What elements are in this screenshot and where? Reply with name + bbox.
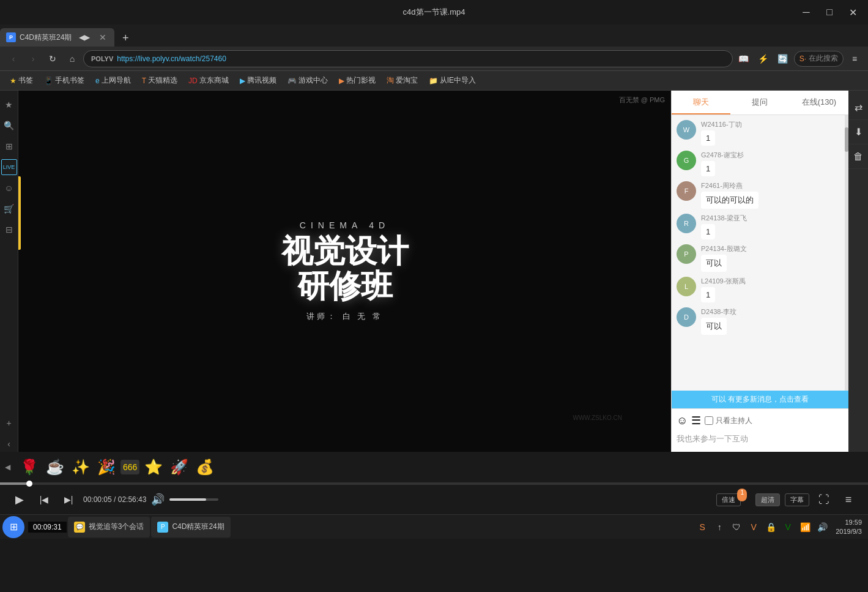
- sidebar-icon-live[interactable]: LIVE: [1, 159, 17, 175]
- download-button[interactable]: ⬇: [848, 120, 868, 144]
- more-options-button[interactable]: ≡: [846, 50, 863, 67]
- maximize-button[interactable]: □: [820, 3, 839, 21]
- sidebar-icon-star[interactable]: ★: [1, 97, 17, 113]
- search-placeholder: 在此搜索: [809, 53, 838, 64]
- chat-tabs: 聊天 提问 在线(130): [672, 91, 848, 115]
- minimize-button[interactable]: ─: [797, 3, 815, 21]
- taskbar-item-chat[interactable]: 💬 视觉追等3个会话: [68, 517, 150, 538]
- memo-button[interactable]: ☰: [691, 414, 701, 427]
- reader-icon[interactable]: 📖: [735, 50, 752, 67]
- browser-tab[interactable]: P C4D精英班24期 ◀▶ ✕: [0, 28, 114, 47]
- taskbar-sys-v1[interactable]: V: [746, 520, 761, 534]
- refresh-button[interactable]: ↻: [44, 50, 61, 67]
- next-button[interactable]: ▶|: [59, 490, 78, 509]
- bookmark-item-taobao[interactable]: 淘 爱淘宝: [382, 73, 423, 88]
- taskbar-clock[interactable]: 19:59 2019/9/3: [832, 518, 866, 536]
- chat-message: G G2478-谢宝杉 1: [677, 151, 844, 176]
- chat-avatar: F: [677, 181, 696, 201]
- sidebar-icon-cart[interactable]: 🛒: [1, 201, 17, 217]
- host-only-label: 只看主持人: [716, 416, 752, 426]
- bookmark-item-nav[interactable]: e 上网导航: [91, 73, 136, 88]
- emoji-coin[interactable]: 💰: [193, 456, 217, 478]
- chat-input-text[interactable]: 我也来参与一下互动: [677, 431, 844, 447]
- chat-message: D D2438-李玟 可以: [677, 307, 844, 335]
- bookmark-item-ie-import[interactable]: 📁 从IE中导入: [424, 73, 481, 88]
- start-button[interactable]: ⊞: [2, 516, 24, 538]
- left-sidebar: ★ 🔍 ⊞ LIVE ☺ 🛒 ⊟ + ‹: [0, 91, 18, 452]
- tab-title: C4D精英班24期: [20, 32, 72, 43]
- emoji-sparkle[interactable]: ✨: [69, 456, 92, 478]
- url-bar[interactable]: POLYV https://live.polyv.cn/watch/257460: [83, 50, 733, 67]
- volume-icon[interactable]: 🔊: [151, 493, 165, 506]
- volume-slider[interactable]: [169, 498, 218, 501]
- emoji-rose[interactable]: 🌹: [18, 456, 41, 478]
- close-button[interactable]: ✕: [844, 3, 862, 21]
- video-subtitle: CINEMA 4D: [281, 220, 409, 230]
- settings-button[interactable]: ≡: [839, 490, 858, 509]
- emoji-666[interactable]: 666: [121, 460, 139, 474]
- taskbar-sys-volume[interactable]: 🔊: [815, 520, 829, 534]
- video-area: 百无禁 @ PMG CINEMA 4D 视觉设计 研修班 讲师： 白 无 常 W…: [18, 91, 671, 452]
- progress-fill: [0, 482, 28, 485]
- fullscreen-button[interactable]: ⛶: [814, 490, 834, 509]
- sidebar-icon-emoji[interactable]: ☺: [1, 180, 17, 196]
- taskbar-item-browser[interactable]: P C4D精英班24期: [151, 517, 230, 538]
- turbo-icon[interactable]: ⚡: [755, 50, 772, 67]
- bookmark-item-game[interactable]: 🎮 游戏中心: [283, 73, 333, 88]
- chat-bubble: 1: [701, 161, 715, 176]
- chat-tab-online[interactable]: 在线(130): [790, 91, 848, 114]
- chat-avatar: R: [677, 214, 696, 233]
- taskbar-sys-shield[interactable]: 🛡: [729, 520, 744, 534]
- sidebar-icon-grid[interactable]: ⊞: [1, 138, 17, 154]
- progress-dot[interactable]: [26, 481, 32, 487]
- hd-button[interactable]: 超清: [755, 493, 780, 506]
- sidebar-icon-collapse[interactable]: ‹: [1, 436, 17, 452]
- subtitle-button[interactable]: 字幕: [785, 493, 809, 506]
- home-button[interactable]: ⌂: [64, 50, 81, 67]
- emoji-party[interactable]: 🎉: [95, 456, 118, 478]
- chat-tab-question[interactable]: 提问: [730, 91, 789, 114]
- back-button[interactable]: ‹: [5, 50, 22, 67]
- taskbar: ⊞ 00:09:31 💬 视觉追等3个会话 P C4D精英班24期 S ↑ 🛡 …: [0, 514, 868, 539]
- emoji-rocket[interactable]: 🚀: [168, 456, 191, 478]
- bookmark-item-tencent[interactable]: ▶ 腾讯视频: [235, 73, 281, 88]
- share-button[interactable]: ⇄: [848, 96, 868, 120]
- chat-message: P P24134-殷璐文 可以: [677, 244, 844, 272]
- tab-close-button[interactable]: ✕: [97, 32, 108, 43]
- taskbar-sys-v2[interactable]: V: [781, 520, 795, 534]
- bookmark-item-mobile[interactable]: 📱 手机书签: [39, 73, 89, 88]
- video-watermark-top: 百无禁 @ PMG: [619, 96, 665, 105]
- forward-button[interactable]: ›: [24, 50, 42, 67]
- sidebar-icon-add[interactable]: +: [1, 415, 17, 431]
- chat-tab-chat[interactable]: 聊天: [672, 91, 730, 114]
- emoji-star[interactable]: ⭐: [142, 456, 165, 478]
- search-box[interactable]: S· 在此搜索: [794, 51, 844, 67]
- share-icon[interactable]: 🔄: [774, 50, 792, 67]
- taskbar-sys-upload[interactable]: ↑: [712, 520, 727, 534]
- prev-button[interactable]: |◀: [34, 490, 54, 509]
- taskbar-sys-network[interactable]: 📶: [798, 520, 812, 534]
- bookmark-item-movies[interactable]: ▶ 热门影视: [334, 73, 380, 88]
- new-tab-button[interactable]: +: [117, 29, 134, 47]
- tab-nav-arrows[interactable]: ◀▶: [75, 33, 94, 42]
- taskbar-sys-lock[interactable]: 🔒: [763, 520, 778, 534]
- delete-button[interactable]: 🗑: [848, 144, 868, 169]
- chat-scrollbar-thumb[interactable]: [845, 127, 848, 152]
- host-only-checkbox[interactable]: [705, 416, 713, 425]
- address-bar: ‹ › ↻ ⌂ POLYV https://live.polyv.cn/watc…: [0, 47, 868, 71]
- emoji-coffee[interactable]: ☕: [43, 456, 67, 478]
- chat-notification[interactable]: 可以 有更多新消息，点击查看: [672, 391, 848, 408]
- bookmark-item-jd[interactable]: JD 京东商城: [184, 73, 234, 88]
- bottom-progress-bar[interactable]: [0, 482, 868, 485]
- taskbar-sys-s[interactable]: S: [695, 520, 710, 534]
- chat-bubble: 1: [701, 130, 715, 146]
- play-button[interactable]: ▶: [10, 490, 29, 509]
- emoji-button[interactable]: ☺: [677, 414, 688, 427]
- sidebar-icon-notes[interactable]: ⊟: [1, 222, 17, 238]
- bookmark-item-bookmarks[interactable]: ★ 书签: [5, 73, 38, 88]
- url-address: https://live.polyv.cn/watch/257460: [117, 54, 226, 63]
- bookmark-item-tmall[interactable]: T 天猫精选: [137, 73, 182, 88]
- tab-bar: P C4D精英班24期 ◀▶ ✕ +: [0, 24, 868, 47]
- sidebar-icon-search[interactable]: 🔍: [1, 118, 17, 133]
- chat-scrollbar[interactable]: [845, 115, 848, 391]
